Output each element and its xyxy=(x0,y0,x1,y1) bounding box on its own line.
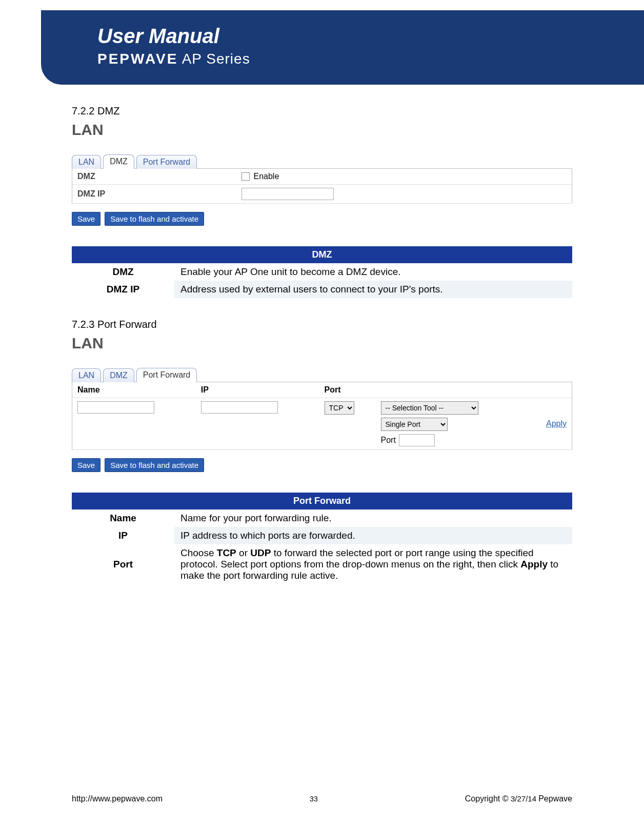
tab-lan[interactable]: LAN xyxy=(72,155,101,169)
pf-mode-select[interactable]: Single Port xyxy=(381,418,448,431)
table-row: DMZ IP Address used by external users to… xyxy=(72,281,572,298)
table-row: DMZ Enable your AP One unit to become a … xyxy=(72,263,572,281)
dmz-ip-input[interactable] xyxy=(242,188,334,200)
pf-protocol-select[interactable]: TCP xyxy=(325,401,354,415)
def-term-dmz: DMZ xyxy=(72,263,174,281)
dmz-def-table: DMZ Enable your AP One unit to become a … xyxy=(72,263,572,298)
pf-name-input[interactable] xyxy=(77,401,154,414)
section-number-dmz: 7.2.2 DMZ xyxy=(72,105,572,117)
save-flash-button[interactable]: Save to flash and activate xyxy=(105,212,204,226)
def-desc-dmz: Enable your AP One unit to become a DMZ … xyxy=(174,263,572,281)
def-term-port: Port xyxy=(72,544,174,584)
tab-port-forward[interactable]: Port Forward xyxy=(136,155,197,169)
brand-light: AP Series xyxy=(178,51,250,67)
def-desc-ip: IP address to which ports are forwarded. xyxy=(174,527,572,544)
tab-dmz-2[interactable]: DMZ xyxy=(103,368,134,382)
def-desc-port: Choose TCP or UDP to forward the selecte… xyxy=(174,544,572,584)
dmz-button-row: Save Save to flash and activate xyxy=(72,212,572,226)
tabs-pf: LAN DMZ Port Forward xyxy=(72,367,572,382)
pf-config-table: Name IP Port TCP -- Selection Tool -- Si… xyxy=(72,382,572,450)
lan-heading-2: LAN xyxy=(72,335,572,352)
table-row: IP IP address to which ports are forward… xyxy=(72,527,572,544)
dmz-label: DMZ xyxy=(72,169,236,185)
lan-heading: LAN xyxy=(72,121,572,139)
dmz-enable-checkbox[interactable] xyxy=(242,172,250,181)
save-button[interactable]: Save xyxy=(72,212,100,226)
page-footer: http://www.pepwave.com 33 Copyright © 3/… xyxy=(72,794,572,803)
def-term-ip: IP xyxy=(72,527,174,544)
table-row: Name Name for your port forwarding rule. xyxy=(72,509,572,527)
pf-tool-select[interactable]: -- Selection Tool -- xyxy=(381,401,478,415)
page-content: 7.2.2 DMZ LAN LAN DMZ Port Forward DMZ E… xyxy=(0,85,644,584)
pf-header-row: Name IP Port xyxy=(72,382,572,398)
brand-bold: PEPWAVE xyxy=(97,51,178,67)
save-flash-button-2[interactable]: Save to flash and activate xyxy=(105,458,204,472)
pf-port-label: Port xyxy=(381,436,396,445)
def-desc-name: Name for your port forwarding rule. xyxy=(174,509,572,527)
tabs-dmz: LAN DMZ Port Forward xyxy=(72,154,572,168)
tab-lan-2[interactable]: LAN xyxy=(72,368,101,382)
pf-col-name: Name xyxy=(72,382,196,398)
tab-port-forward-2[interactable]: Port Forward xyxy=(136,368,197,382)
pf-def-table: Name Name for your port forwarding rule.… xyxy=(72,509,572,584)
dmz-row-enable: DMZ Enable xyxy=(72,169,572,185)
dmz-row-ip: DMZ IP xyxy=(72,185,572,204)
dmz-enable-label: Enable xyxy=(254,172,279,181)
dmz-config-table: DMZ Enable DMZ IP xyxy=(72,168,572,204)
pf-apply-link[interactable]: Apply xyxy=(546,419,567,428)
dmz-def-header: DMZ xyxy=(72,246,572,263)
pf-button-row: Save Save to flash and activate xyxy=(72,458,572,472)
def-desc-dmzip: Address used by external users to connec… xyxy=(174,281,572,298)
dmz-ip-label: DMZ IP xyxy=(72,185,236,204)
doc-title: User Manual xyxy=(97,25,623,48)
dmz-enable-wrap: Enable xyxy=(242,172,567,181)
footer-copyright: Copyright © 3/27/14 Pepwave xyxy=(465,794,572,803)
doc-header: User Manual PEPWAVE AP Series xyxy=(41,10,644,85)
def-term-name: Name xyxy=(72,509,174,527)
def-term-dmzip: DMZ IP xyxy=(72,281,174,298)
section-number-pf: 7.2.3 Port Forward xyxy=(72,319,572,330)
tab-dmz[interactable]: DMZ xyxy=(103,154,134,169)
pf-def-header: Port Forward xyxy=(72,493,572,509)
doc-subtitle: PEPWAVE AP Series xyxy=(97,51,623,67)
pf-col-ip: IP xyxy=(196,382,319,398)
pf-col-port: Port xyxy=(319,382,528,398)
pf-ip-input[interactable] xyxy=(201,401,278,414)
pf-port-row: Port xyxy=(381,434,523,446)
footer-page-number: 33 xyxy=(310,795,318,803)
table-row: Port Choose TCP or UDP to forward the se… xyxy=(72,544,572,584)
footer-url: http://www.pepwave.com xyxy=(72,794,163,803)
save-button-2[interactable]: Save xyxy=(72,458,100,472)
pf-port-column: -- Selection Tool -- Single Port Port xyxy=(381,401,523,446)
pf-input-row: TCP -- Selection Tool -- Single Port Por… xyxy=(72,398,572,450)
pf-port-input[interactable] xyxy=(399,434,435,446)
